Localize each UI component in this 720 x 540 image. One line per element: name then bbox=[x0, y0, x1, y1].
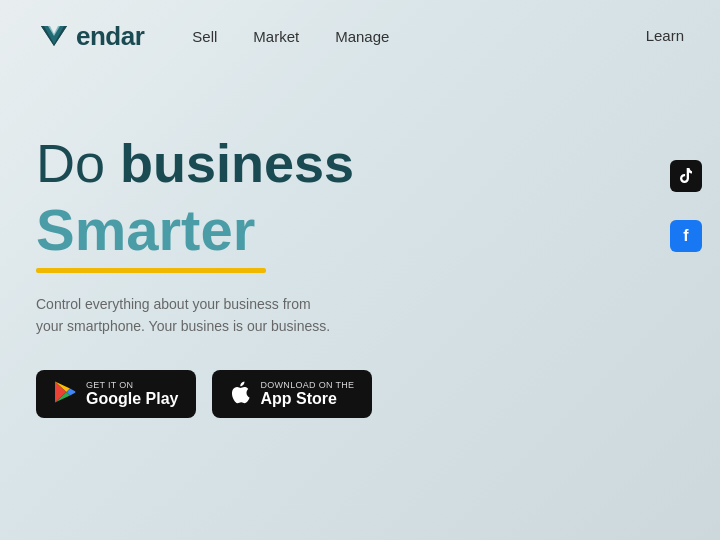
hero-line1-plain: Do bbox=[36, 133, 120, 193]
google-play-bottom: Google Play bbox=[86, 390, 178, 408]
google-play-button[interactable]: GET IT ON Google Play bbox=[36, 370, 196, 418]
hero-line1-bold: business bbox=[120, 133, 354, 193]
hero-sub-line1: Control everything about your business f… bbox=[36, 296, 311, 312]
logo[interactable]: endar bbox=[36, 18, 144, 54]
hero-headline: Do business bbox=[36, 132, 684, 194]
facebook-f: f bbox=[683, 227, 688, 245]
app-store-button[interactable]: Download on the App Store bbox=[212, 370, 372, 418]
hero-section: Do business Smarter Control everything a… bbox=[0, 72, 720, 418]
nav-links: Sell Market Manage bbox=[192, 28, 645, 45]
nav-market[interactable]: Market bbox=[253, 28, 299, 45]
hero-smarter: Smarter bbox=[36, 198, 255, 262]
logo-wordmark: endar bbox=[76, 21, 144, 52]
hero-sub-line2: your smartphone. Your busines is our bus… bbox=[36, 318, 330, 334]
app-store-bottom: App Store bbox=[260, 390, 354, 408]
google-play-top: GET IT ON bbox=[86, 380, 178, 390]
tiktok-icon[interactable] bbox=[670, 160, 702, 192]
nav-sell[interactable]: Sell bbox=[192, 28, 217, 45]
app-store-top: Download on the bbox=[260, 380, 354, 390]
logo-icon bbox=[36, 18, 72, 54]
nav-manage[interactable]: Manage bbox=[335, 28, 389, 45]
google-play-icon bbox=[54, 380, 76, 408]
hero-underline bbox=[36, 268, 266, 273]
google-play-text: GET IT ON Google Play bbox=[86, 380, 178, 408]
social-bar: f bbox=[670, 160, 702, 252]
hero-subtext: Control everything about your business f… bbox=[36, 293, 336, 338]
app-buttons: GET IT ON Google Play Download on the Ap… bbox=[36, 370, 684, 418]
facebook-icon[interactable]: f bbox=[670, 220, 702, 252]
app-store-text: Download on the App Store bbox=[260, 380, 354, 408]
nav-right: Learn bbox=[646, 27, 684, 45]
nav-learn[interactable]: Learn bbox=[646, 27, 684, 44]
navbar: endar Sell Market Manage Learn bbox=[0, 0, 720, 72]
apple-icon bbox=[230, 380, 250, 408]
